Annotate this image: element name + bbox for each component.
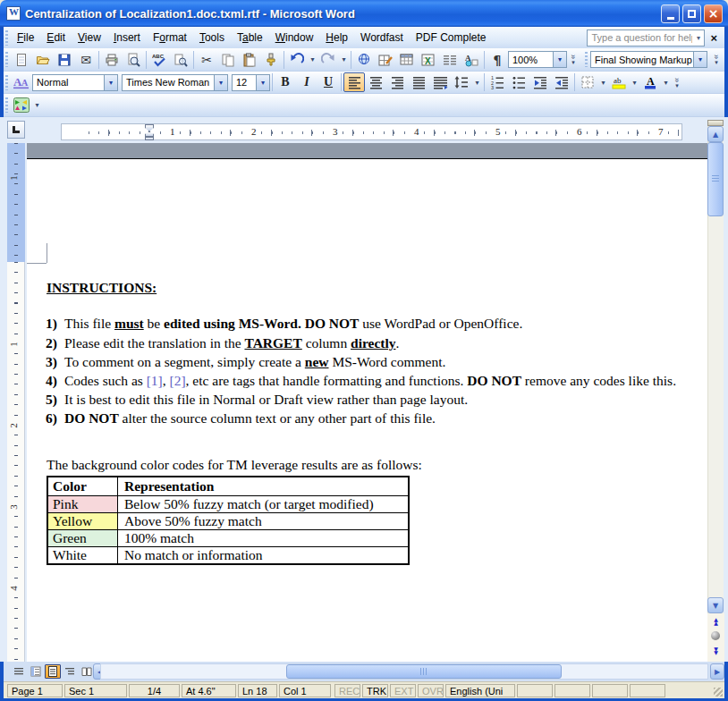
align-center-button[interactable] (365, 72, 386, 92)
wordfast-expand-button[interactable] (11, 96, 32, 115)
insert-hyperlink-button[interactable] (353, 50, 375, 70)
line-spacing-button[interactable] (451, 72, 472, 92)
restore-button[interactable] (682, 4, 701, 23)
menu-file[interactable]: File (11, 29, 40, 46)
menu-format[interactable]: Format (147, 29, 193, 46)
display-for-review-combo[interactable]: Final Showing Markup ▾ (590, 51, 707, 68)
menu-tools[interactable]: Tools (193, 29, 231, 46)
copy-button[interactable] (217, 50, 239, 70)
chevron-down-icon[interactable]: ▾ (553, 52, 566, 67)
chevron-down-icon[interactable]: ▾ (693, 52, 707, 67)
highlight-button[interactable]: ab (608, 72, 630, 92)
print-button[interactable] (101, 50, 123, 70)
reviewing-toolbar-grip[interactable] (585, 52, 588, 67)
scrollbar-thumb[interactable] (286, 664, 562, 679)
toolbar-grip[interactable] (5, 52, 8, 67)
menu-view[interactable]: View (72, 29, 107, 46)
undo-button[interactable] (286, 50, 308, 70)
bullets-button[interactable] (508, 72, 529, 92)
scroll-up-button[interactable]: ▲ (707, 126, 724, 142)
left-indent-marker[interactable] (145, 137, 154, 140)
close-button[interactable]: × (704, 4, 723, 23)
menu-help[interactable]: Help (319, 29, 354, 46)
highlight-dropdown[interactable]: ▾ (630, 72, 639, 92)
redo-dropdown[interactable]: ▾ (339, 50, 349, 70)
menu-wordfast[interactable]: Wordfast (354, 29, 410, 46)
status-rec-toggle[interactable]: REC (334, 684, 360, 697)
styles-and-formatting-button[interactable]: AA (11, 72, 32, 92)
align-right-button[interactable] (386, 72, 408, 92)
borders-button[interactable] (577, 72, 598, 92)
columns-button[interactable] (439, 50, 461, 70)
justify-button[interactable] (408, 72, 429, 92)
menubar-grip[interactable] (5, 30, 8, 46)
undo-dropdown[interactable]: ▾ (308, 50, 317, 70)
drawing-button[interactable]: A (461, 50, 482, 70)
minimize-button[interactable] (661, 4, 680, 23)
previous-page-button[interactable]: ▲▲ (708, 614, 724, 628)
outline-view-button[interactable] (62, 664, 78, 679)
font-color-button[interactable]: A (639, 72, 661, 92)
font-size-combo[interactable]: 12 ▾ (232, 74, 270, 91)
document-page[interactable]: INSTRUCTIONS: 1)This file must be edited… (27, 158, 707, 662)
toolbar-grip[interactable] (5, 97, 8, 113)
print-layout-view-button[interactable] (45, 664, 61, 679)
split-handle[interactable] (707, 120, 724, 126)
decrease-indent-button[interactable] (529, 72, 551, 92)
select-browse-object-button[interactable] (711, 631, 720, 640)
borders-dropdown[interactable]: ▾ (598, 72, 608, 92)
status-ext-toggle[interactable]: EXT (390, 684, 416, 697)
chevron-down-icon[interactable]: ▾ (104, 75, 117, 90)
reviewing-toolbar-options-button[interactable]: »▾ (710, 50, 723, 70)
bold-button[interactable]: B (275, 72, 296, 92)
underline-button[interactable]: U (317, 72, 339, 92)
vertical-scrollbar[interactable]: ▲ ▼ ▲▲ ▼▼ (707, 117, 724, 662)
redo-button[interactable] (317, 50, 339, 70)
align-left-button[interactable] (343, 72, 365, 92)
line-spacing-dropdown[interactable]: ▾ (472, 72, 482, 92)
menu-pdf-complete[interactable]: PDF Complete (410, 29, 493, 46)
show-hide-formatting-button[interactable]: ¶ (487, 50, 508, 70)
menu-table[interactable]: Table (231, 29, 269, 46)
scroll-down-button[interactable]: ▼ (707, 597, 724, 613)
help-question-box[interactable]: Type a question for help ▾ (587, 30, 705, 46)
status-trk-toggle[interactable]: TRK (362, 684, 388, 697)
scrollbar-track[interactable] (100, 663, 708, 680)
status-language[interactable]: English (Uni (445, 684, 515, 697)
scrollbar-thumb[interactable] (707, 142, 724, 216)
save-button[interactable] (54, 50, 75, 70)
insert-table-button[interactable] (396, 50, 418, 70)
scroll-right-button[interactable]: ▶ (710, 663, 724, 680)
font-color-dropdown[interactable]: ▾ (661, 72, 671, 92)
style-combo[interactable]: Normal ▾ (32, 74, 118, 91)
mail-recipient-button[interactable]: ✉ (75, 50, 97, 70)
menu-window[interactable]: Window (269, 29, 320, 46)
research-button[interactable] (170, 50, 191, 70)
resize-grip[interactable] (714, 688, 723, 697)
web-layout-view-button[interactable] (28, 664, 44, 679)
insert-excel-worksheet-button[interactable]: X (418, 50, 439, 70)
print-preview-button[interactable] (123, 50, 144, 70)
word-application-icon[interactable] (6, 6, 21, 21)
font-combo[interactable]: Times New Roman ▾ (122, 74, 228, 91)
menu-insert[interactable]: Insert (107, 29, 147, 46)
open-button[interactable] (32, 50, 54, 70)
toolbar-options-button[interactable]: »▾ (671, 72, 683, 92)
chevron-down-icon[interactable]: ▾ (214, 75, 227, 90)
normal-view-button[interactable] (11, 664, 27, 679)
distributed-button[interactable] (429, 72, 451, 92)
zoom-combo[interactable]: 100% ▾ (508, 51, 567, 68)
increase-indent-button[interactable] (551, 72, 572, 92)
horizontal-ruler[interactable]: 1 2 3 4 5 6 7 (61, 123, 682, 140)
toolbar-grip[interactable] (5, 75, 8, 90)
vertical-ruler[interactable]: 1 1 2 3 4 (7, 143, 25, 662)
format-painter-button[interactable] (260, 50, 282, 70)
numbering-button[interactable]: 123 (487, 72, 508, 92)
next-page-button[interactable]: ▼▼ (708, 644, 724, 657)
spelling-grammar-button[interactable]: ABC (148, 50, 170, 70)
wordfast-dropdown[interactable]: ▾ (32, 96, 42, 115)
italic-button[interactable]: I (296, 72, 317, 92)
close-menubar-button[interactable]: × (705, 31, 724, 45)
new-document-button[interactable] (11, 50, 32, 70)
status-ovr-toggle[interactable]: OVR (418, 684, 444, 697)
